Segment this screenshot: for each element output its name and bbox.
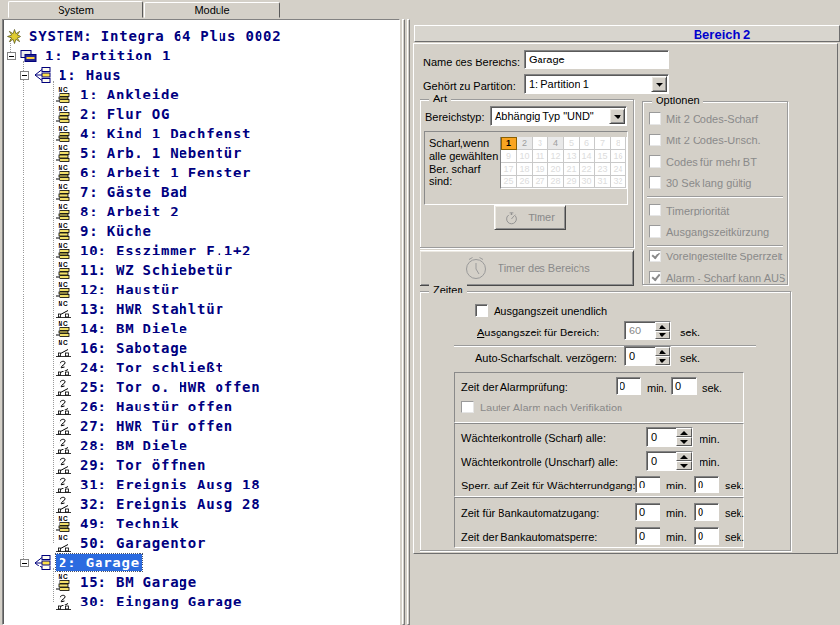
area-grid-cell[interactable]: 2	[517, 137, 533, 150]
chevron-down-icon[interactable]	[651, 76, 667, 92]
area-grid-cell[interactable]: 27	[533, 176, 548, 188]
tree-node[interactable]: NC5: Arb. 1 Nebentür	[5, 143, 397, 163]
area-grid-cell[interactable]: 7	[595, 137, 611, 150]
area-grid-cell[interactable]: 4	[548, 137, 564, 150]
tree-node[interactable]: 26: Haustür offen	[5, 397, 397, 416]
spin-down-icon[interactable]	[655, 356, 670, 365]
tree-node[interactable]: NC9: Küche	[5, 221, 397, 241]
tree-node[interactable]: 25: Tor o. HWR offen	[5, 377, 397, 397]
spinner-buttons[interactable]	[655, 347, 670, 365]
area-grid-cell[interactable]: 16	[611, 150, 626, 163]
area-grid-cell[interactable]: 23	[595, 163, 611, 176]
area-grid-cell[interactable]: 31	[595, 176, 611, 188]
alarm-verify-sec-input[interactable]: 0	[671, 377, 697, 395]
tree-node[interactable]: SYSTEM: Integra 64 Plus 0002	[5, 26, 397, 46]
area-grid-cell[interactable]: 30	[580, 176, 595, 188]
area-grid-cell[interactable]: 11	[533, 150, 548, 163]
tree-expander-icon[interactable]	[7, 52, 16, 60]
atm-lock-sec-input[interactable]: 0	[694, 527, 719, 545]
area-grid-cell[interactable]: 26	[517, 176, 533, 188]
tree-node[interactable]: NC15: BM Garage	[5, 572, 397, 592]
tree-node[interactable]: NC2: Flur OG	[5, 104, 397, 124]
area-grid-cell[interactable]: 5	[564, 137, 580, 150]
atm-lock-min-input[interactable]: 0	[635, 527, 660, 545]
area-grid-cell[interactable]: 14	[580, 150, 595, 163]
area-grid-cell[interactable]: 3	[533, 137, 548, 150]
spin-down-icon[interactable]	[676, 437, 692, 446]
tree-expander-icon[interactable]	[20, 559, 29, 567]
tree-node[interactable]: 30: Eingang Garage	[5, 592, 397, 611]
tree-node[interactable]: 28: BM Diele	[5, 436, 397, 455]
area-grid-cell[interactable]: 21	[564, 163, 580, 176]
area-name-input[interactable]: Garage	[524, 50, 669, 69]
auto-arm-delay-spinner[interactable]: 0	[624, 346, 671, 366]
chevron-down-icon[interactable]	[609, 108, 625, 124]
area-grid-cell[interactable]: 28	[548, 176, 564, 188]
tree-node[interactable]: NC10: Esszimmer F.1+2	[5, 241, 397, 260]
area-grid-cell[interactable]: 6	[580, 137, 595, 150]
guard-armed-spinner[interactable]: 0	[646, 427, 693, 447]
tree-node[interactable]: NC16: Sabotage	[5, 338, 397, 358]
tree-node[interactable]: 29: Tor öffnen	[5, 455, 397, 475]
spin-up-icon[interactable]	[676, 428, 692, 437]
spinner-buttons[interactable]	[676, 428, 692, 446]
spinner-buttons[interactable]	[655, 322, 670, 339]
tab-system[interactable]: System	[8, 1, 143, 18]
tree-node[interactable]: 32: Ereignis Ausg 28	[5, 494, 397, 514]
alarm-verify-min-input[interactable]: 0	[616, 377, 641, 395]
svg-text:NC: NC	[59, 144, 69, 151]
area-grid-cell[interactable]: 22	[580, 163, 595, 176]
area-grid-cell[interactable]: 29	[564, 176, 580, 188]
area-grid-cell[interactable]: 17	[501, 163, 517, 176]
area-grid-cell[interactable]: 12	[548, 150, 564, 163]
spinner-buttons[interactable]	[676, 452, 692, 470]
exit-time-spinner[interactable]: 60	[624, 321, 671, 340]
area-grid-cell[interactable]: 20	[548, 163, 564, 176]
tree-node[interactable]: 27: HWR Tür offen	[5, 416, 397, 436]
tree-node[interactable]: NC49: Technik	[5, 514, 397, 533]
area-grid-cell[interactable]: 13	[564, 150, 580, 163]
tree-node[interactable]: NC50: Garagentor	[5, 533, 397, 553]
area-grid-cell[interactable]: 10	[517, 150, 533, 163]
spin-up-icon[interactable]	[655, 322, 670, 331]
guard-bypass-min-input[interactable]: 0	[635, 476, 660, 493]
area-grid-cell[interactable]: 9	[501, 150, 517, 163]
tree-node[interactable]: 1: Partition 1	[5, 46, 397, 65]
splitter-bar[interactable]	[407, 19, 410, 625]
tab-module[interactable]: Module	[144, 2, 280, 18]
area-grid-cell[interactable]: 32	[611, 176, 626, 188]
tree-node[interactable]: NC7: Gäste Bad	[5, 182, 397, 202]
area-grid-cell[interactable]: 15	[595, 150, 611, 163]
spin-down-icon[interactable]	[655, 331, 670, 339]
tree-node[interactable]: NC13: HWR Stahltür	[5, 299, 397, 319]
spin-up-icon[interactable]	[655, 347, 670, 356]
area-grid-cell[interactable]: 1	[501, 137, 517, 150]
tree-node[interactable]: NC11: WZ Schiebetür	[5, 260, 397, 280]
tree-node[interactable]: NC14: BM Diele	[5, 319, 397, 338]
tree-node[interactable]: NC12: Haustür	[5, 280, 397, 299]
partition-dropdown[interactable]: 1: Partition 1	[524, 74, 669, 94]
infinite-exit-time-checkbox[interactable]	[475, 304, 488, 317]
tree-node[interactable]: 2: Garage	[5, 553, 397, 572]
atm-access-min-input[interactable]: 0	[635, 503, 660, 521]
tree-node[interactable]: 31: Ereignis Ausg 18	[5, 475, 397, 494]
guard-disarmed-spinner[interactable]: 0	[646, 451, 693, 471]
area-grid-cell[interactable]: 8	[611, 137, 626, 150]
area-grid-cell[interactable]: 18	[517, 163, 533, 176]
area-type-dropdown[interactable]: Abhängig Typ "UND"	[490, 106, 627, 126]
area-grid-cell[interactable]: 24	[611, 163, 626, 176]
tree-node[interactable]: 1: Haus	[5, 65, 397, 85]
spin-down-icon[interactable]	[676, 461, 692, 470]
spin-up-icon[interactable]	[676, 452, 692, 461]
tree-node[interactable]: NC4: Kind 1 Dachfenst	[5, 124, 397, 143]
area-grid-cell[interactable]: 19	[533, 163, 548, 176]
tree-expander-icon[interactable]	[20, 71, 29, 80]
guard-bypass-sec-input[interactable]: 0	[694, 476, 719, 493]
tree-node[interactable]: NC1: Ankleide	[5, 85, 397, 104]
splitter-bar[interactable]	[402, 19, 405, 625]
area-grid-cell[interactable]: 25	[501, 176, 517, 188]
tree-node[interactable]: 24: Tor schließt	[5, 358, 397, 377]
tree-node[interactable]: NC6: Arbeit 1 Fenster	[5, 163, 397, 182]
tree-node[interactable]: NC8: Arbeit 2	[5, 202, 397, 221]
atm-access-sec-input[interactable]: 0	[694, 503, 719, 521]
